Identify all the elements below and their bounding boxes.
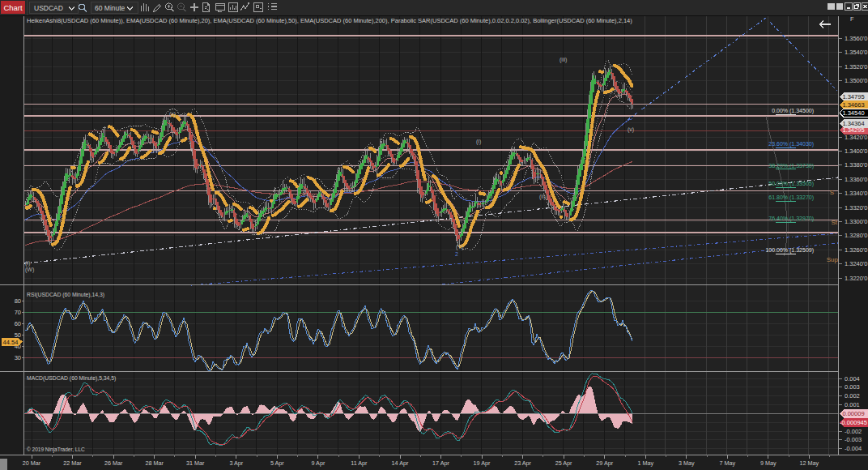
svg-text:11 Apr: 11 Apr [351,459,368,467]
svg-text:29 Apr: 29 Apr [596,459,613,467]
svg-text:-0.004: -0.004 [845,445,862,452]
svg-text:1 May: 1 May [637,459,653,467]
svg-text:70: 70 [15,309,21,316]
svg-text:1.3300'0: 1.3300'0 [845,218,868,225]
svg-text:28 Mar: 28 Mar [145,459,164,467]
svg-text:HeikenAshi8(USDCAD (60 Minute): HeikenAshi8(USDCAD (60 Minute)), EMA(USD… [27,17,632,24]
svg-text:0.00009: 0.00009 [842,410,864,417]
svg-text:22 Mar: 22 Mar [63,459,82,467]
svg-text:12 May: 12 May [800,459,819,467]
svg-text:0.004: 0.004 [845,375,860,382]
svg-text:1.34364: 1.34364 [842,120,864,127]
svg-text:1.3240'0: 1.3240'0 [845,260,868,267]
svg-text:38.20% (1.33730): 38.20% (1.33730) [768,163,814,169]
svg-text:9 May: 9 May [760,459,777,467]
svg-text:61.80% (1.33270): 61.80% (1.33270) [768,194,814,201]
svg-text:(i): (i) [25,260,30,267]
svg-text:80: 80 [15,297,21,305]
svg-text:1.34795: 1.34795 [842,93,864,100]
svg-text:7 May: 7 May [720,459,736,467]
svg-text:23.60% (1.34030): 23.60% (1.34030) [768,141,814,147]
svg-text:60 Minute: 60 Minute [95,4,126,12]
svg-text:(x): (x) [169,111,176,118]
svg-text:1.3560'0: 1.3560'0 [845,35,868,42]
svg-text:23 Apr: 23 Apr [514,459,531,467]
svg-text:1.3260'0: 1.3260'0 [845,246,868,254]
svg-text:© 2019 NinjaTrader, LLC: © 2019 NinjaTrader, LLC [27,446,85,453]
svg-text:Chart: Chart [3,3,23,12]
svg-text:-0.003: -0.003 [845,436,862,443]
svg-text:19 Apr: 19 Apr [474,459,491,467]
svg-text:0.002: 0.002 [845,392,860,400]
svg-text:F: F [850,15,854,23]
svg-text:44.54: 44.54 [3,339,19,346]
svg-text:100.00% (1.32509): 100.00% (1.32509) [765,247,814,254]
svg-text:-0.002: -0.002 [845,428,862,435]
svg-text:3 May: 3 May [679,459,695,467]
svg-text:1.3420'0: 1.3420'0 [845,134,868,141]
svg-text:St: St [831,219,837,226]
svg-text:1.3360'0: 1.3360'0 [845,176,868,183]
svg-text:1.3280'0: 1.3280'0 [845,232,868,239]
svg-text:9 Apr: 9 Apr [312,459,326,467]
svg-text:50.00% (1.33505): 50.00% (1.33505) [768,181,814,187]
svg-text:3 Apr: 3 Apr [229,459,243,467]
svg-text:14 Apr: 14 Apr [392,459,409,467]
svg-text:1.34663: 1.34663 [842,101,864,109]
svg-text:2: 2 [455,251,458,257]
svg-text:31 Mar: 31 Mar [186,459,205,467]
svg-text:(W): (W) [25,267,34,273]
svg-text:(i): (i) [476,139,481,145]
svg-text:S: S [830,189,834,196]
svg-text:50: 50 [15,331,21,339]
svg-text:0.003: 0.003 [845,383,860,391]
svg-text:1.3400'0: 1.3400'0 [845,147,868,155]
svg-text:30: 30 [15,354,21,361]
svg-text:1.3520'0: 1.3520'0 [845,63,868,70]
svg-text:26 Mar: 26 Mar [104,459,123,467]
svg-text:0.00% (1.34500): 0.00% (1.34500) [772,108,814,114]
svg-text:USDCAD: USDCAD [34,4,63,12]
svg-text:1.34540: 1.34540 [842,109,864,117]
svg-text:76.40% (1.32970): 76.40% (1.32970) [768,216,814,222]
svg-text:20 Mar: 20 Mar [23,459,41,467]
svg-text:(v): (v) [628,126,634,133]
svg-text:(ii): (ii) [539,194,546,200]
svg-text:MACD(USDCAD (60 Minute),5,34,5: MACD(USDCAD (60 Minute),5,34,5) [27,375,116,382]
svg-text:25 Apr: 25 Apr [555,459,572,467]
svg-text:1.3540'0: 1.3540'0 [845,49,868,56]
svg-text:RSI(USDCAD (60 Minute),14,3): RSI(USDCAD (60 Minute),14,3) [27,292,104,298]
svg-text:(iii): (iii) [560,57,567,63]
svg-text:Sup: Sup [827,256,839,263]
svg-text:1.3220'0: 1.3220'0 [845,275,868,282]
svg-text:1.3320'0: 1.3320'0 [845,204,868,212]
svg-text:60: 60 [15,320,21,327]
svg-text:5 Apr: 5 Apr [270,459,284,467]
svg-text:-0.000945: -0.000945 [840,419,867,426]
svg-text:(Y): (Y) [456,244,463,250]
svg-text:17 Apr: 17 Apr [432,459,449,467]
svg-text:0.001: 0.001 [845,401,860,408]
svg-text:1.3380'0: 1.3380'0 [845,161,868,169]
svg-text:1.3500'0: 1.3500'0 [845,77,868,84]
svg-text:1.3340'0: 1.3340'0 [845,190,868,197]
